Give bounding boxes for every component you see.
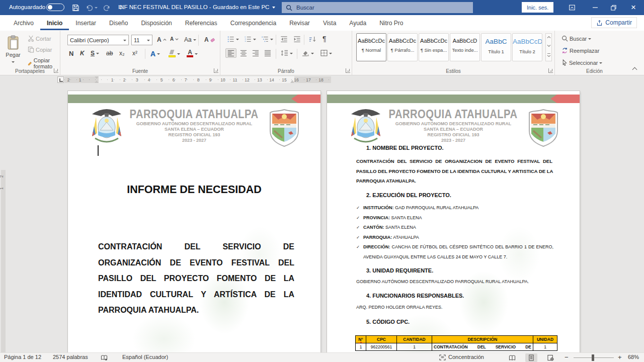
restore-button[interactable] [605, 0, 622, 15]
tab-archivo[interactable]: Archivo [7, 16, 40, 30]
copy-button[interactable]: Copiar [26, 45, 53, 54]
tab-referencias[interactable]: Referencias [179, 16, 224, 30]
tab-correspondencia[interactable]: Correspondencia [224, 16, 283, 30]
styles-gallery-more-icon[interactable] [547, 53, 551, 57]
increase-indent-button[interactable] [292, 35, 302, 44]
autosave-toggle[interactable] [46, 4, 64, 11]
focus-icon[interactable] [439, 354, 446, 360]
style-texto-independiente[interactable]: AaBbCcDTexto inde... [450, 33, 480, 61]
cut-button[interactable]: Cortar [26, 34, 53, 43]
style-sin-espaciado[interactable]: AaBbCcDc¶ Sin espa... [419, 33, 449, 61]
document-title[interactable]: INF NEC FESTIVAL DEL PASILLO - Guardado … [118, 4, 275, 10]
cpc-table: N° CPC CANTIDAD DESCRIPCIÓN UNIDAD 1 962… [355, 335, 557, 351]
italic-button[interactable]: K [78, 49, 86, 58]
page-indicator[interactable]: Página 1 de 12 [4, 354, 41, 360]
superscript-button[interactable]: x² [131, 49, 139, 58]
font-name-select[interactable]: Calibri (Cuerpo) [67, 35, 129, 45]
page-header: PARROQUIA ATAHUALPA GOBIERNO AUTÓNOMO DE… [327, 106, 580, 147]
page-2[interactable]: PARROQUIA ATAHUALPA GOBIERNO AUTÓNOMO DE… [327, 91, 580, 352]
parish-shield-icon [268, 109, 300, 147]
font-dialog-launcher-icon[interactable] [214, 68, 218, 73]
focus-label[interactable]: Concentración [448, 354, 484, 360]
collapse-ribbon-icon[interactable] [632, 66, 637, 71]
align-center-button[interactable] [238, 49, 249, 57]
undo-icon[interactable] [85, 3, 95, 13]
search-box[interactable] [282, 2, 473, 13]
numbering-button[interactable] [243, 35, 258, 44]
zoom-out-button[interactable]: − [565, 353, 569, 361]
borders-button[interactable] [319, 49, 334, 57]
clipboard-dialog-launcher-icon[interactable] [54, 68, 58, 73]
change-case-button[interactable]: Aa [183, 35, 198, 44]
strikethrough-button[interactable]: ab [105, 49, 114, 58]
align-right-button[interactable] [251, 49, 261, 57]
zoom-slider-thumb[interactable] [592, 354, 594, 361]
styles-scroll-up-icon[interactable] [547, 36, 551, 39]
line-spacing-button[interactable] [279, 49, 294, 57]
show-marks-button[interactable]: ¶ [321, 34, 328, 44]
tab-selector[interactable] [57, 76, 64, 83]
redo-icon[interactable] [102, 3, 112, 13]
paste-button[interactable]: Pegar [3, 33, 24, 66]
subscript-button[interactable]: x₂ [118, 49, 126, 58]
select-button[interactable]: Seleccionar [560, 58, 604, 67]
replace-button[interactable]: Reemplazar [560, 46, 601, 55]
minimize-button[interactable] [587, 0, 604, 15]
styles-dialog-launcher-icon[interactable] [548, 68, 553, 73]
language-indicator[interactable]: Español (Ecuador) [122, 354, 168, 360]
underline-button[interactable]: S [89, 49, 101, 58]
zoom-level[interactable]: 68% [628, 354, 639, 360]
web-layout-button[interactable] [544, 353, 556, 362]
shading-button[interactable] [300, 49, 315, 57]
zoom-slider[interactable] [574, 357, 614, 358]
page-1[interactable]: PARROQUIA ATAHUALPA GOBIERNO AUTÓNOMO DE… [68, 91, 320, 352]
grow-font-button[interactable]: A [155, 35, 168, 44]
col-descripcion: DESCRIPCIÓN [432, 336, 533, 343]
style-titulo-1[interactable]: AaBbCTítulo 1 [481, 33, 511, 61]
tab-ayuda[interactable]: Ayuda [343, 16, 373, 30]
read-mode-button[interactable] [506, 353, 518, 362]
font-color-button[interactable]: A [185, 49, 199, 58]
align-left-button[interactable] [225, 48, 236, 58]
undo-menu-chevron-icon[interactable] [94, 3, 99, 13]
tab-disposicion[interactable]: Disposición [134, 16, 178, 30]
tab-inicio[interactable]: Inicio [40, 16, 69, 30]
search-input[interactable] [295, 4, 469, 11]
clear-formatting-button[interactable]: A [203, 35, 216, 44]
text-effects-button[interactable]: A [149, 49, 162, 59]
document-workspace[interactable]: 2 1 PARROQUIA [0, 84, 644, 352]
font-size-select[interactable]: 11 [131, 35, 152, 45]
style-titulo-2[interactable]: AaBbCcDTítulo 2 [512, 33, 542, 61]
sign-in-button[interactable]: Inic. ses. [522, 2, 553, 13]
proofing-icon[interactable] [101, 354, 108, 361]
style-normal[interactable]: AaBbCcDc¶ Normal [356, 33, 386, 61]
style-parrafo[interactable]: AaBbCcDc¶ Párrafo... [387, 33, 418, 61]
share-button[interactable]: Compartir [591, 17, 637, 28]
justify-button[interactable] [263, 49, 273, 57]
sort-button[interactable] [307, 35, 318, 44]
bold-button[interactable]: N [67, 49, 75, 58]
tab-nitro-pro[interactable]: Nitro Pro [373, 16, 410, 30]
indent-marker-right[interactable] [290, 80, 294, 83]
tab-vista[interactable]: Vista [316, 16, 343, 30]
ribbon-display-options-icon[interactable] [564, 0, 581, 15]
tab-insertar[interactable]: Insertar [69, 16, 103, 30]
save-icon[interactable] [70, 3, 80, 13]
word-count[interactable]: 2574 palabras [53, 354, 88, 360]
multilevel-list-button[interactable] [260, 35, 275, 44]
bullets-button[interactable] [225, 35, 240, 44]
print-layout-button[interactable] [525, 353, 537, 362]
zoom-in-button[interactable]: + [618, 353, 622, 361]
find-button[interactable]: Buscar [560, 34, 593, 43]
paragraph-dialog-launcher-icon[interactable] [346, 68, 350, 73]
tab-revisar[interactable]: Revisar [283, 16, 316, 30]
text-highlight-button[interactable] [167, 49, 182, 58]
indent-marker-left[interactable] [95, 76, 99, 83]
horizontal-ruler[interactable]: 21123456789101112131415161718 [0, 75, 644, 84]
close-button[interactable]: × [625, 0, 642, 15]
vertical-ruler[interactable]: 2 1 [0, 169, 7, 352]
tab-diseno[interactable]: Diseño [103, 16, 134, 30]
styles-scroll-down-icon[interactable] [547, 44, 551, 47]
decrease-indent-button[interactable] [279, 35, 289, 44]
shrink-font-button[interactable]: A [169, 35, 180, 43]
